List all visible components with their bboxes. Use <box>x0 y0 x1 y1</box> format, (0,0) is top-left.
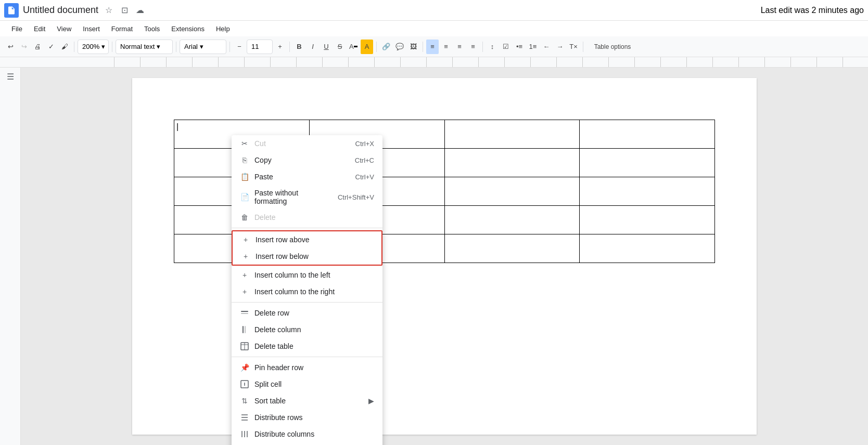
ctx-paste-label: Paste <box>254 173 273 181</box>
image-button[interactable]: 🖼 <box>407 40 419 54</box>
ctx-table-props[interactable]: Table properties <box>232 442 382 445</box>
menu-view[interactable]: View <box>52 23 76 35</box>
table-cell[interactable] <box>444 149 580 177</box>
ctx-copy[interactable]: ⎘ Copy Ctrl+C <box>232 152 382 168</box>
ctx-insert-row-above-label: Insert row above <box>256 235 310 244</box>
ctx-distribute-rows-label: Distribute rows <box>254 413 303 422</box>
ctx-split-cell[interactable]: Split cell <box>232 376 382 392</box>
document-title[interactable]: Untitled document <box>23 5 98 16</box>
distribute-rows-icon <box>240 413 249 422</box>
ctx-cut[interactable]: ✂ Cut Ctrl+X <box>232 135 382 152</box>
align-left-button[interactable]: ≡ <box>426 40 439 54</box>
zoom-dropdown[interactable]: 200% ▾ <box>78 40 109 54</box>
link-button[interactable]: 🔗 <box>380 40 392 54</box>
ctx-delete[interactable]: 🗑 Delete <box>232 209 382 226</box>
table-cell[interactable] <box>580 120 715 149</box>
strikethrough-button[interactable]: S <box>334 40 346 54</box>
ctx-sort-table[interactable]: ⇅ Sort table ▶ <box>232 392 382 409</box>
bullet-list-button[interactable]: •≡ <box>513 40 526 54</box>
ctx-insert-col-left[interactable]: + Insert column to the left <box>232 267 382 283</box>
font-size-decrease[interactable]: − <box>233 40 246 54</box>
font-size-increase[interactable]: + <box>274 40 286 54</box>
ctx-insert-row-below[interactable]: + Insert row below <box>233 248 381 265</box>
indent-decrease-button[interactable]: ← <box>540 40 553 54</box>
menu-help[interactable]: Help <box>211 23 235 35</box>
undo-button[interactable]: ↩ <box>4 40 17 54</box>
font-size-value: 11 <box>251 43 259 50</box>
menubar: File Edit View Insert Format Tools Exten… <box>0 21 868 36</box>
table-cell[interactable] <box>444 120 580 149</box>
italic-button[interactable]: I <box>307 40 319 54</box>
scissors-icon: ✂ <box>240 139 249 148</box>
checklist-button[interactable]: ☑ <box>500 40 512 54</box>
ctx-paste-no-format[interactable]: 📄 Paste without formatting Ctrl+Shift+V <box>232 185 382 209</box>
ctx-distribute-rows[interactable]: Distribute rows <box>232 409 382 426</box>
clear-format-button[interactable]: T× <box>567 40 580 54</box>
sort-arrow-icon: ▶ <box>368 397 374 405</box>
ctx-paste[interactable]: 📋 Paste Ctrl+V <box>232 168 382 185</box>
menu-format[interactable]: Format <box>106 23 138 35</box>
paint-format-button[interactable]: 🖌 <box>58 40 71 54</box>
line-spacing-button[interactable]: ↕ <box>486 40 499 54</box>
font-chevron: ▾ <box>200 43 203 50</box>
indent-increase-button[interactable]: → <box>554 40 566 54</box>
ctx-delete-table-label: Delete table <box>254 342 293 350</box>
ctx-delete-col[interactable]: Delete column <box>232 321 382 338</box>
ctx-insert-row-below-label: Insert row below <box>256 252 309 260</box>
folder-icon[interactable]: ⊡ <box>118 4 131 17</box>
highlight-button[interactable]: A <box>361 40 373 54</box>
ctx-insert-col-left-label: Insert column to the left <box>254 271 330 279</box>
ctx-delete-table[interactable]: Delete table <box>232 338 382 355</box>
menu-file[interactable]: File <box>6 23 28 35</box>
star-icon[interactable]: ☆ <box>103 4 115 17</box>
sep5 <box>289 42 290 52</box>
table-options-button[interactable]: Table options <box>586 40 639 54</box>
bold-button[interactable]: B <box>293 40 305 54</box>
document-page <box>132 78 757 435</box>
align-justify-button[interactable]: ≡ <box>467 40 479 54</box>
table-cell[interactable] <box>580 177 715 206</box>
style-dropdown[interactable]: Normal text ▾ <box>116 40 173 54</box>
sep3 <box>176 42 176 52</box>
table-cell[interactable] <box>444 206 580 234</box>
pin-icon: 📌 <box>240 363 249 372</box>
comment-button[interactable]: 💬 <box>393 40 406 54</box>
style-chevron: ▾ <box>157 43 160 50</box>
ctx-delete-row[interactable]: Delete row <box>232 305 382 321</box>
svg-rect-0 <box>241 311 248 312</box>
font-color-button[interactable]: A <box>347 40 360 54</box>
menu-insert[interactable]: Insert <box>78 23 105 35</box>
sep6 <box>376 42 377 52</box>
ctx-pin-header[interactable]: 📌 Pin header row <box>232 359 382 376</box>
table-cell[interactable] <box>580 206 715 234</box>
print-button[interactable]: 🖨 <box>31 40 44 54</box>
ctx-insert-col-right[interactable]: + Insert column to the right <box>232 283 382 300</box>
font-dropdown[interactable]: Arial ▾ <box>180 40 226 54</box>
table-cell[interactable] <box>444 177 580 206</box>
ctx-distribute-cols[interactable]: Distribute columns <box>232 426 382 442</box>
table-cell[interactable] <box>444 234 580 263</box>
menu-edit[interactable]: Edit <box>29 23 50 35</box>
font-size-dropdown[interactable]: 11 <box>247 40 273 54</box>
ctx-paste-no-format-label: Paste without formatting <box>254 189 333 205</box>
redo-button[interactable]: ↪ <box>18 40 30 54</box>
numbered-list-button[interactable]: 1≡ <box>527 40 539 54</box>
sidebar-panel[interactable]: ☰ <box>0 68 21 445</box>
spellcheck-button[interactable]: ✓ <box>45 40 57 54</box>
table-cell[interactable] <box>580 234 715 263</box>
ctx-paste-shortcut: Ctrl+V <box>355 173 374 181</box>
sort-icon: ⇅ <box>240 396 249 405</box>
align-right-button[interactable]: ≡ <box>453 40 466 54</box>
ctx-delete-label: Delete <box>254 213 275 221</box>
underline-button[interactable]: U <box>320 40 333 54</box>
delete-table-icon <box>240 342 249 351</box>
cloud-icon[interactable]: ☁ <box>134 4 146 17</box>
ctx-insert-row-above[interactable]: + Insert row above <box>233 231 381 248</box>
ctx-copy-label: Copy <box>254 156 272 164</box>
ctx-delete-row-label: Delete row <box>254 309 289 317</box>
ctx-cut-shortcut: Ctrl+X <box>355 140 374 148</box>
align-center-button[interactable]: ≡ <box>440 40 452 54</box>
table-cell[interactable] <box>580 149 715 177</box>
menu-tools[interactable]: Tools <box>139 23 165 35</box>
menu-extensions[interactable]: Extensions <box>166 23 210 35</box>
